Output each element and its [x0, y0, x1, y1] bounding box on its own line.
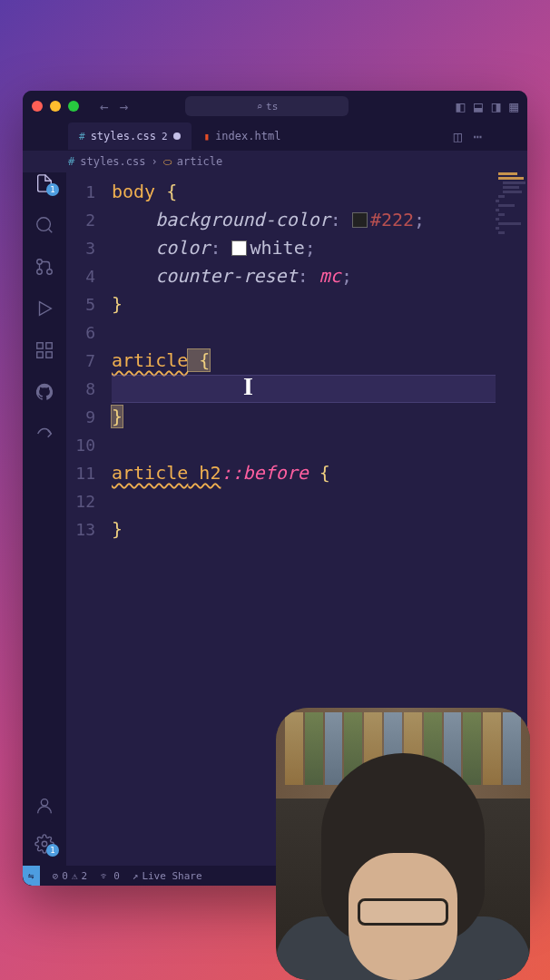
- command-center[interactable]: ⌕ ts: [185, 96, 349, 116]
- line-number: 4: [66, 262, 112, 290]
- error-icon: ⊘: [53, 870, 59, 882]
- line-number: 10: [66, 431, 112, 459]
- code-line: body {: [112, 178, 527, 206]
- gutter: 1 2 3 4 5 6 7 8 9 10 11 12 13: [66, 172, 112, 866]
- problems-button[interactable]: ⊘ 0 ⚠ 2: [53, 870, 88, 882]
- svg-rect-6: [37, 343, 43, 348]
- webcam-person-head: [321, 753, 485, 944]
- code-line: color: white;: [112, 234, 527, 262]
- live-share-icon: ↗: [133, 870, 139, 882]
- unsaved-dot-icon: [173, 132, 181, 140]
- layout-controls: ◧ ⬓ ◨ ▦: [456, 98, 518, 115]
- line-number: 11: [66, 459, 112, 487]
- line-number: 1: [66, 178, 112, 206]
- explorer-icon[interactable]: 1: [34, 172, 55, 194]
- settings-gear-icon[interactable]: 1: [34, 833, 55, 855]
- breadcrumb-symbol: article: [177, 155, 223, 168]
- close-window-button[interactable]: [32, 101, 43, 112]
- line-number: 9: [66, 403, 112, 431]
- traffic-lights: [32, 101, 79, 112]
- error-count: 0: [62, 870, 68, 882]
- github-icon[interactable]: [34, 381, 55, 403]
- activity-bottom: 1: [34, 795, 55, 866]
- panel-bottom-icon[interactable]: ⬓: [474, 98, 483, 115]
- ports-button[interactable]: ᯤ 0: [100, 870, 120, 882]
- line-number: 12: [66, 487, 112, 515]
- code-line: article h2::before {: [112, 459, 527, 487]
- css-file-icon: #: [79, 131, 85, 142]
- svg-point-2: [37, 260, 43, 265]
- code-line: [112, 318, 527, 347]
- svg-point-11: [42, 841, 47, 847]
- line-number: 3: [66, 234, 112, 262]
- webcam-person-glasses: [358, 898, 448, 926]
- panel-right-icon[interactable]: ◨: [492, 98, 501, 115]
- layout-icon[interactable]: ▦: [509, 98, 518, 115]
- color-swatch-icon: [231, 240, 247, 256]
- line-number: 5: [66, 290, 112, 318]
- more-icon[interactable]: ⋯: [473, 128, 482, 145]
- code-line: counter-reset: mc;: [112, 262, 527, 290]
- code-line: }: [112, 403, 527, 431]
- search-text: ts: [266, 101, 278, 113]
- settings-badge: 1: [46, 844, 59, 857]
- code-line: }: [112, 515, 527, 544]
- line-number: 2: [66, 206, 112, 234]
- extensions-icon[interactable]: [34, 339, 55, 361]
- nav-buttons: ← →: [100, 98, 128, 115]
- svg-point-3: [47, 270, 53, 275]
- editor-actions: ◫ ⋯: [454, 128, 482, 145]
- titlebar: ← → ⌕ ts ◧ ⬓ ◨ ▦: [23, 91, 527, 122]
- maximize-window-button[interactable]: [68, 101, 79, 112]
- forward-icon[interactable]: →: [120, 98, 129, 115]
- activity-bar: 1: [23, 172, 66, 866]
- svg-marker-5: [40, 302, 52, 316]
- search-icon: ⌕: [256, 101, 262, 113]
- html-file-icon: ▮: [204, 131, 211, 142]
- symbol-icon: ⬭: [163, 156, 172, 168]
- live-share-button[interactable]: ↗ Live Share: [133, 870, 202, 882]
- remote-button[interactable]: ⇋: [23, 866, 40, 886]
- warning-count: 2: [82, 870, 88, 882]
- css-file-icon: #: [68, 155, 74, 168]
- source-control-icon[interactable]: [34, 256, 55, 278]
- minimize-window-button[interactable]: [50, 101, 61, 112]
- svg-rect-8: [37, 352, 43, 358]
- panel-left-icon[interactable]: ◧: [456, 98, 465, 115]
- line-number: 6: [66, 318, 112, 347]
- account-icon[interactable]: [34, 795, 55, 817]
- tab-index-html[interactable]: ▮ index.html: [193, 122, 292, 150]
- webcam-person-face: [349, 853, 457, 980]
- back-icon[interactable]: ←: [100, 98, 109, 115]
- port-count: 0: [113, 870, 120, 882]
- webcam-overlay: [276, 708, 530, 980]
- svg-point-10: [41, 799, 47, 806]
- color-swatch-icon: [352, 212, 368, 228]
- code-line: }: [112, 290, 527, 318]
- line-number: 13: [66, 515, 112, 544]
- split-editor-icon[interactable]: ◫: [454, 128, 463, 145]
- code-line: [112, 375, 527, 403]
- search-activity-icon[interactable]: [34, 214, 55, 236]
- code-line: background-color: #222;: [112, 206, 527, 234]
- tab-bar: # styles.css 2 ▮ index.html ◫ ⋯: [23, 122, 527, 151]
- svg-point-4: [37, 270, 43, 275]
- debug-icon[interactable]: [34, 298, 55, 319]
- svg-point-0: [37, 218, 51, 231]
- breadcrumb[interactable]: # styles.css › ⬭ article: [23, 151, 527, 172]
- line-number: 8: [66, 375, 112, 403]
- breadcrumb-file: styles.css: [80, 155, 145, 168]
- tab-styles-css[interactable]: # styles.css 2: [68, 122, 192, 150]
- share-icon[interactable]: [34, 423, 55, 445]
- tab-badge: 2: [162, 131, 168, 142]
- svg-rect-7: [46, 343, 52, 348]
- live-share-label: Live Share: [142, 870, 201, 882]
- current-line-highlight: [112, 375, 514, 403]
- code-line: article {: [112, 347, 527, 375]
- line-number: 7: [66, 347, 112, 375]
- chevron-right-icon: ›: [151, 155, 157, 168]
- code-line: [112, 487, 527, 515]
- code-line: [112, 431, 527, 459]
- tab-label: styles.css: [91, 130, 156, 142]
- tab-label: index.html: [215, 130, 280, 142]
